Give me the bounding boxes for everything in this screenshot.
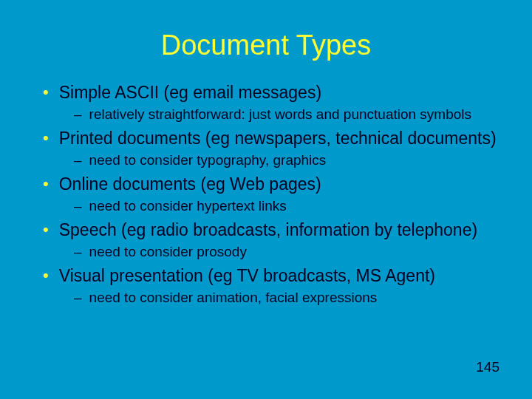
bullet-icon: • — [43, 219, 49, 240]
bullet-level1: • Printed documents (eg newspapers, tech… — [43, 128, 502, 149]
bullet-icon: • — [43, 128, 49, 149]
page-number: 145 — [476, 359, 499, 375]
bullet-text: Visual presentation (eg TV broadcasts, M… — [59, 265, 435, 286]
list-item: • Speech (eg radio broadcasts, informati… — [30, 219, 502, 261]
list-item: • Online documents (eg Web pages) – need… — [30, 174, 502, 215]
bullet-level2: – need to consider typography, graphics — [74, 151, 502, 169]
sub-bullet-text: need to consider typography, graphics — [89, 151, 327, 169]
dash-icon: – — [74, 197, 82, 215]
sub-bullet-text: relatively straightforward: just words a… — [89, 106, 471, 123]
bullet-icon: • — [43, 174, 49, 194]
bullet-icon: • — [43, 265, 49, 286]
dash-icon: – — [74, 243, 82, 261]
sub-bullet-text: need to consider prosody — [89, 243, 247, 261]
slide-title: Document Types — [30, 30, 502, 61]
sub-bullet-text: need to consider animation, facial expre… — [89, 289, 378, 307]
bullet-level1: • Visual presentation (eg TV broadcasts,… — [43, 265, 502, 286]
list-item: • Simple ASCII (eg email messages) – rel… — [30, 82, 502, 123]
list-item: • Printed documents (eg newspapers, tech… — [30, 128, 502, 169]
bullet-level1: • Online documents (eg Web pages) — [43, 174, 502, 194]
list-item: • Visual presentation (eg TV broadcasts,… — [30, 265, 502, 307]
bullet-level1: • Simple ASCII (eg email messages) — [43, 82, 502, 103]
bullet-list: • Simple ASCII (eg email messages) – rel… — [30, 82, 502, 307]
bullet-level1: • Speech (eg radio broadcasts, informati… — [43, 219, 502, 240]
bullet-text: Simple ASCII (eg email messages) — [59, 82, 321, 103]
dash-icon: – — [74, 106, 82, 123]
dash-icon: – — [74, 151, 82, 169]
bullet-icon: • — [43, 82, 49, 103]
bullet-level2: – need to consider hypertext links — [74, 197, 502, 215]
bullet-text: Printed documents (eg newspapers, techni… — [59, 128, 497, 149]
sub-bullet-text: need to consider hypertext links — [89, 197, 287, 215]
bullet-level2: – need to consider animation, facial exp… — [74, 289, 502, 307]
bullet-text: Online documents (eg Web pages) — [59, 174, 321, 194]
bullet-level2: – relatively straightforward: just words… — [74, 106, 502, 123]
dash-icon: – — [74, 289, 82, 307]
bullet-level2: – need to consider prosody — [74, 243, 502, 261]
bullet-text: Speech (eg radio broadcasts, information… — [59, 219, 477, 240]
slide: Document Types • Simple ASCII (eg email … — [0, 0, 532, 399]
